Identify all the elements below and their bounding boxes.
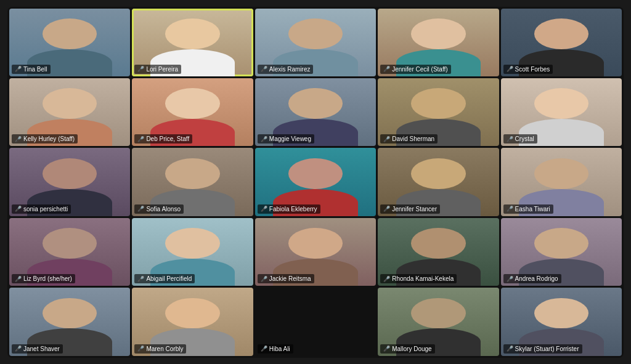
video-tile-jackie[interactable]: 🎤 Jackie Reitsma [255,218,376,286]
participant-name-fabiola: 🎤 Fabiola Ekleberry [258,204,320,214]
video-tile-rhonda[interactable]: 🎤 Rhonda Kamai-Kekela [378,218,499,286]
mic-muted-icon: 🎤 [383,206,390,212]
video-tile-david[interactable]: 🎤 David Sherman [378,78,499,146]
participant-name-alexis: 🎤 Alexis Ramirez [258,65,314,74]
participant-name-mallory: 🎤 Mallory Douge [380,344,434,354]
video-tile-crystal[interactable]: 🎤 Crystal [501,78,622,146]
mic-muted-icon: 🎤 [137,206,144,212]
participant-name-sofia: 🎤 Sofia Alonso [134,204,184,214]
mic-muted-icon: 🎤 [261,346,267,352]
video-tile-scott[interactable]: 🎤 Scott Forbes [501,9,622,76]
mic-muted-icon: 🎤 [507,276,513,282]
participant-name-easha: 🎤 Easha Tiwari [503,204,553,214]
mic-muted-icon: 🎤 [15,66,22,72]
participant-name-jennifer-s: 🎤 Jennifer Stancer [380,204,440,214]
video-tile-fabiola[interactable]: 🎤 Fabiola Ekleberry [255,148,376,216]
participant-name-maren: 🎤 Maren Corbly [134,344,186,354]
video-tile-skylar[interactable]: 🎤 Skylar (Stuart) Forrister [501,288,622,355]
video-tile-hiba[interactable]: 🎤 Hiba Ali [255,288,376,355]
video-tile-tina[interactable]: 🎤 Tina Bell [9,9,130,76]
mic-muted-icon: 🎤 [261,66,267,72]
mic-muted-icon: 🎤 [137,346,144,352]
mic-muted-icon: 🎤 [383,276,390,282]
mic-muted-icon: 🎤 [507,346,513,352]
mic-muted-icon: 🎤 [137,276,144,282]
video-tile-easha[interactable]: 🎤 Easha Tiwari [501,148,622,216]
mic-muted-icon: 🎤 [507,206,513,212]
video-tile-lori[interactable]: 🎤 Lori Pereira [132,9,253,76]
participant-name-skylar: 🎤 Skylar (Stuart) Forrister [503,344,582,354]
participant-name-crystal: 🎤 Crystal [503,134,537,144]
mic-muted-icon: 🎤 [137,66,144,72]
mic-muted-icon: 🎤 [261,276,267,282]
mic-muted-icon: 🎤 [15,136,22,142]
mic-muted-icon: 🎤 [383,346,390,352]
video-tile-andrea[interactable]: 🎤 Andrea Rodrigo [501,218,622,286]
video-tile-janet[interactable]: 🎤 Janet Shaver [9,288,130,355]
participant-name-jackie: 🎤 Jackie Reitsma [258,274,314,283]
video-tile-maggie[interactable]: 🎤 Maggie Vieweg [255,78,376,146]
mic-muted-icon: 🎤 [15,206,22,212]
mic-muted-icon: 🎤 [15,346,22,352]
video-tile-sofia[interactable]: 🎤 Sofia Alonso [132,148,253,216]
video-tile-maren[interactable]: 🎤 Maren Corbly [132,288,253,355]
participant-name-hiba: 🎤 Hiba Ali [258,344,293,354]
video-tile-jennifer-c[interactable]: 🎤 Jennifer Cecil (Staff) [378,9,499,76]
video-tile-abigail[interactable]: 🎤 Abigail Percifield [132,218,253,286]
participant-name-jennifer-c: 🎤 Jennifer Cecil (Staff) [380,65,450,74]
mic-muted-icon: 🎤 [383,136,390,142]
participant-name-abigail: 🎤 Abigail Percifield [134,274,195,283]
video-tile-jennifer-s[interactable]: 🎤 Jennifer Stancer [378,148,499,216]
mic-muted-icon: 🎤 [15,276,22,282]
participant-name-scott: 🎤 Scott Forbes [503,65,553,74]
participant-name-rhonda: 🎤 Rhonda Kamai-Kekela [380,274,457,283]
mic-muted-icon: 🎤 [383,66,390,72]
video-tile-alexis[interactable]: 🎤 Alexis Ramirez [255,9,376,76]
mic-muted-icon: 🎤 [137,136,144,142]
mic-muted-icon: 🎤 [261,206,267,212]
video-tile-mallory[interactable]: 🎤 Mallory Douge [378,288,499,355]
mic-muted-icon: 🎤 [507,66,513,72]
mic-muted-icon: 🎤 [261,136,267,142]
participant-name-deb: 🎤 Deb Price, Staff [134,134,192,144]
participant-name-liz: 🎤 Liz Byrd (she/her) [12,274,75,283]
participant-name-kelly: 🎤 Kelly Hurley (Staff) [12,134,78,144]
participant-name-janet: 🎤 Janet Shaver [12,344,63,354]
participant-name-tina: 🎤 Tina Bell [12,65,51,74]
gallery-view: 🎤 Tina Bell 🎤 Lori Pereira 🎤 Alexis Rami… [7,7,624,358]
participant-name-sonia: 🎤 sonia persichetti [12,204,71,214]
video-tile-sonia[interactable]: 🎤 sonia persichetti [9,148,130,216]
participant-name-lori: 🎤 Lori Pereira [134,65,181,74]
participant-name-david: 🎤 David Sherman [380,134,438,144]
video-tile-liz[interactable]: 🎤 Liz Byrd (she/her) [9,218,130,286]
video-tile-kelly[interactable]: 🎤 Kelly Hurley (Staff) [9,78,130,146]
participant-name-maggie: 🎤 Maggie Vieweg [258,134,314,144]
mic-muted-icon: 🎤 [507,136,513,142]
video-tile-deb[interactable]: 🎤 Deb Price, Staff [132,78,253,146]
participant-name-andrea: 🎤 Andrea Rodrigo [503,274,561,283]
